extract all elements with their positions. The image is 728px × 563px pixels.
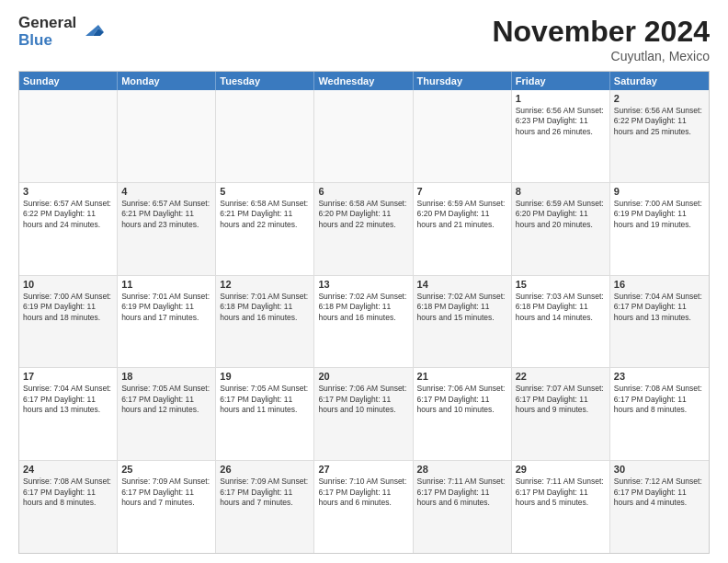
- logo-blue: Blue: [18, 32, 76, 50]
- calendar-cell: 14Sunrise: 7:02 AM Sunset: 6:18 PM Dayli…: [414, 276, 512, 368]
- weekday-header: Monday: [118, 72, 216, 90]
- day-info: Sunrise: 7:09 AM Sunset: 6:17 PM Dayligh…: [220, 477, 310, 508]
- calendar-cell: 11Sunrise: 7:01 AM Sunset: 6:19 PM Dayli…: [118, 276, 216, 368]
- day-info: Sunrise: 7:09 AM Sunset: 6:17 PM Dayligh…: [121, 477, 211, 508]
- day-info: Sunrise: 7:06 AM Sunset: 6:17 PM Dayligh…: [417, 384, 507, 415]
- calendar-row: 10Sunrise: 7:00 AM Sunset: 6:19 PM Dayli…: [19, 276, 709, 369]
- calendar-cell: 29Sunrise: 7:11 AM Sunset: 6:17 PM Dayli…: [512, 461, 610, 553]
- day-info: Sunrise: 6:58 AM Sunset: 6:21 PM Dayligh…: [220, 199, 310, 230]
- weekday-header: Saturday: [610, 72, 709, 90]
- calendar-cell: 19Sunrise: 7:05 AM Sunset: 6:17 PM Dayli…: [216, 368, 314, 460]
- day-info: Sunrise: 6:56 AM Sunset: 6:22 PM Dayligh…: [614, 106, 705, 137]
- calendar-cell: 20Sunrise: 7:06 AM Sunset: 6:17 PM Dayli…: [314, 368, 413, 460]
- weekday-header: Friday: [512, 72, 610, 90]
- calendar-row: 24Sunrise: 7:08 AM Sunset: 6:17 PM Dayli…: [19, 461, 709, 553]
- day-number: 11: [121, 279, 211, 290]
- day-number: 24: [23, 464, 113, 475]
- day-number: 18: [121, 371, 211, 382]
- calendar-header: SundayMondayTuesdayWednesdayThursdayFrid…: [19, 72, 709, 90]
- day-info: Sunrise: 7:00 AM Sunset: 6:19 PM Dayligh…: [23, 292, 113, 323]
- calendar-cell: [414, 90, 512, 182]
- calendar-cell: 22Sunrise: 7:07 AM Sunset: 6:17 PM Dayli…: [512, 368, 610, 460]
- logo-general: General: [18, 15, 76, 32]
- calendar-cell: 15Sunrise: 7:03 AM Sunset: 6:18 PM Dayli…: [512, 276, 610, 368]
- calendar-body: 1Sunrise: 6:56 AM Sunset: 6:23 PM Daylig…: [19, 90, 709, 553]
- weekday-header: Sunday: [19, 72, 118, 90]
- day-number: 20: [318, 371, 408, 382]
- month-title: November 2024: [492, 15, 710, 49]
- calendar-cell: 24Sunrise: 7:08 AM Sunset: 6:17 PM Dayli…: [19, 461, 118, 553]
- logo-text: General Blue: [18, 15, 76, 49]
- day-number: 4: [121, 186, 211, 197]
- day-info: Sunrise: 7:10 AM Sunset: 6:17 PM Dayligh…: [318, 477, 408, 508]
- day-info: Sunrise: 7:11 AM Sunset: 6:17 PM Dayligh…: [417, 477, 507, 508]
- day-number: 30: [614, 464, 705, 475]
- calendar-cell: 5Sunrise: 6:58 AM Sunset: 6:21 PM Daylig…: [216, 183, 314, 275]
- weekday-header: Thursday: [414, 72, 512, 90]
- day-number: 2: [614, 93, 705, 104]
- day-info: Sunrise: 7:04 AM Sunset: 6:17 PM Dayligh…: [23, 384, 113, 415]
- day-number: 8: [516, 186, 606, 197]
- calendar-cell: 7Sunrise: 6:59 AM Sunset: 6:20 PM Daylig…: [414, 183, 512, 275]
- day-info: Sunrise: 7:01 AM Sunset: 6:19 PM Dayligh…: [121, 292, 211, 323]
- calendar-row: 1Sunrise: 6:56 AM Sunset: 6:23 PM Daylig…: [19, 90, 709, 183]
- day-info: Sunrise: 7:11 AM Sunset: 6:17 PM Dayligh…: [516, 477, 606, 508]
- day-number: 19: [220, 371, 310, 382]
- day-number: 29: [516, 464, 606, 475]
- calendar-cell: [19, 90, 118, 182]
- logo: General Blue: [18, 15, 106, 49]
- day-info: Sunrise: 6:58 AM Sunset: 6:20 PM Dayligh…: [318, 199, 408, 230]
- calendar-cell: 28Sunrise: 7:11 AM Sunset: 6:17 PM Dayli…: [414, 461, 512, 553]
- calendar-cell: 12Sunrise: 7:01 AM Sunset: 6:18 PM Dayli…: [216, 276, 314, 368]
- day-info: Sunrise: 6:56 AM Sunset: 6:23 PM Dayligh…: [516, 106, 606, 137]
- day-info: Sunrise: 6:57 AM Sunset: 6:21 PM Dayligh…: [121, 199, 211, 230]
- day-number: 14: [417, 279, 507, 290]
- calendar-cell: [118, 90, 216, 182]
- calendar-cell: 30Sunrise: 7:12 AM Sunset: 6:17 PM Dayli…: [610, 461, 709, 553]
- day-info: Sunrise: 7:08 AM Sunset: 6:17 PM Dayligh…: [614, 384, 705, 415]
- calendar-row: 17Sunrise: 7:04 AM Sunset: 6:17 PM Dayli…: [19, 368, 709, 461]
- day-number: 12: [220, 279, 310, 290]
- logo-icon: [78, 16, 106, 43]
- day-number: 23: [614, 371, 705, 382]
- day-info: Sunrise: 7:06 AM Sunset: 6:17 PM Dayligh…: [318, 384, 408, 415]
- day-info: Sunrise: 6:57 AM Sunset: 6:22 PM Dayligh…: [23, 199, 113, 230]
- day-info: Sunrise: 7:07 AM Sunset: 6:17 PM Dayligh…: [516, 384, 606, 415]
- day-number: 5: [220, 186, 310, 197]
- day-number: 13: [318, 279, 408, 290]
- calendar-cell: [314, 90, 413, 182]
- calendar: SundayMondayTuesdayWednesdayThursdayFrid…: [18, 71, 710, 554]
- calendar-cell: 16Sunrise: 7:04 AM Sunset: 6:17 PM Dayli…: [610, 276, 709, 368]
- day-number: 3: [23, 186, 113, 197]
- day-number: 1: [516, 93, 606, 104]
- calendar-cell: 6Sunrise: 6:58 AM Sunset: 6:20 PM Daylig…: [314, 183, 413, 275]
- day-info: Sunrise: 7:08 AM Sunset: 6:17 PM Dayligh…: [23, 477, 113, 508]
- day-info: Sunrise: 7:02 AM Sunset: 6:18 PM Dayligh…: [318, 292, 408, 323]
- calendar-cell: 17Sunrise: 7:04 AM Sunset: 6:17 PM Dayli…: [19, 368, 118, 460]
- day-info: Sunrise: 7:01 AM Sunset: 6:18 PM Dayligh…: [220, 292, 310, 323]
- day-number: 17: [23, 371, 113, 382]
- day-number: 27: [318, 464, 408, 475]
- calendar-cell: 1Sunrise: 6:56 AM Sunset: 6:23 PM Daylig…: [512, 90, 610, 182]
- calendar-cell: 21Sunrise: 7:06 AM Sunset: 6:17 PM Dayli…: [414, 368, 512, 460]
- calendar-cell: 2Sunrise: 6:56 AM Sunset: 6:22 PM Daylig…: [610, 90, 709, 182]
- day-number: 25: [121, 464, 211, 475]
- calendar-cell: 10Sunrise: 7:00 AM Sunset: 6:19 PM Dayli…: [19, 276, 118, 368]
- day-number: 21: [417, 371, 507, 382]
- calendar-cell: 23Sunrise: 7:08 AM Sunset: 6:17 PM Dayli…: [610, 368, 709, 460]
- location: Cuyutlan, Mexico: [492, 49, 710, 63]
- calendar-cell: 4Sunrise: 6:57 AM Sunset: 6:21 PM Daylig…: [118, 183, 216, 275]
- day-number: 26: [220, 464, 310, 475]
- day-info: Sunrise: 7:00 AM Sunset: 6:19 PM Dayligh…: [614, 199, 705, 230]
- day-info: Sunrise: 7:02 AM Sunset: 6:18 PM Dayligh…: [417, 292, 507, 323]
- calendar-cell: 18Sunrise: 7:05 AM Sunset: 6:17 PM Dayli…: [118, 368, 216, 460]
- day-number: 15: [516, 279, 606, 290]
- title-block: November 2024 Cuyutlan, Mexico: [492, 15, 710, 63]
- day-info: Sunrise: 7:03 AM Sunset: 6:18 PM Dayligh…: [516, 292, 606, 323]
- calendar-cell: 9Sunrise: 7:00 AM Sunset: 6:19 PM Daylig…: [610, 183, 709, 275]
- calendar-cell: 25Sunrise: 7:09 AM Sunset: 6:17 PM Dayli…: [118, 461, 216, 553]
- day-info: Sunrise: 7:05 AM Sunset: 6:17 PM Dayligh…: [121, 384, 211, 415]
- header: General Blue November 2024 Cuyutlan, Mex…: [18, 15, 710, 63]
- day-number: 10: [23, 279, 113, 290]
- day-number: 28: [417, 464, 507, 475]
